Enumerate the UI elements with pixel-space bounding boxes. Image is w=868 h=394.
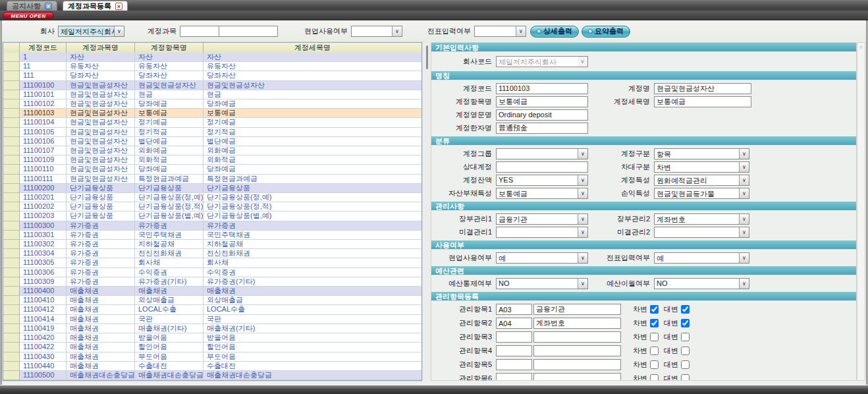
row-selector[interactable]: [3, 118, 20, 127]
close-icon[interactable]: ×: [45, 3, 52, 10]
table-row[interactable]: 11100203 단기금융상품 단기금융상품(별,예) 단기금융상품(별,예): [3, 211, 421, 221]
row-selector[interactable]: [3, 221, 20, 231]
row-selector[interactable]: [3, 175, 20, 184]
row-selector[interactable]: [3, 352, 20, 362]
table-row[interactable]: 11100414 매출채권 국판 국판: [3, 315, 421, 324]
row-selector[interactable]: [3, 109, 20, 118]
debit-checkbox[interactable]: [650, 305, 659, 314]
table-row[interactable]: 11100101 현금및현금성자산 현금 현금: [3, 90, 421, 99]
row-selector[interactable]: [3, 324, 20, 333]
mgmt-item-code-input[interactable]: [496, 345, 532, 356]
tab[interactable]: 공지사항 ×: [7, 1, 57, 11]
summary-print-button[interactable]: 요약출력: [582, 26, 630, 38]
company-code-select[interactable]: 제일저지주식회사 ∨: [496, 56, 588, 67]
hanja-name-field[interactable]: [496, 123, 588, 134]
row-selector[interactable]: [3, 343, 20, 352]
scrollbar-thumb[interactable]: [426, 45, 428, 69]
table-row[interactable]: 11100111 현금및현금성자산 특정현금과예금 특정현금과예금: [3, 175, 421, 184]
pl-char-select[interactable]: 현금및현금등가물 ∨: [654, 188, 749, 199]
debit-checkbox[interactable]: [650, 333, 659, 341]
row-selector[interactable]: [3, 128, 20, 137]
company-select[interactable]: 제일저지주식회사 ∨: [58, 26, 124, 37]
table-row[interactable]: 11100104 현금및현금성자산 정기예금 정기예금: [3, 118, 421, 127]
detail-name-field[interactable]: [654, 96, 751, 107]
scroll-up-icon[interactable]: ∧: [857, 44, 865, 50]
account-char-select[interactable]: 원화예적금관리 ∨: [654, 175, 749, 186]
field-use-select[interactable]: ∨: [351, 26, 402, 37]
col-header-account-name[interactable]: 계정과목명: [67, 43, 135, 53]
table-row[interactable]: 11100105 현금및현금성자산 정기적금 정기적금: [3, 128, 421, 137]
table-row[interactable]: 11100301 유가증권 국민주택채권 국민주택채권: [3, 231, 421, 240]
detail-scrollbar[interactable]: ∧: [857, 42, 865, 381]
account-code-field[interactable]: [496, 83, 588, 94]
tab[interactable]: 계정과목등록 ×: [63, 1, 128, 11]
mgmt-item-name-input[interactable]: [533, 373, 621, 381]
debit-checkbox[interactable]: [650, 360, 659, 369]
table-row[interactable]: 1 자산 자산 자산: [3, 53, 421, 62]
field-use-detail-select[interactable]: 예 ∨: [496, 252, 588, 264]
table-row[interactable]: 11100106 현금및현금성자산 별단예금 별단예금: [3, 137, 421, 146]
mgmt-item-code-input[interactable]: [496, 304, 532, 315]
table-row[interactable]: 11100304 유가증권 전신전화채권 전신전화채권: [3, 249, 421, 258]
col-header-account-code[interactable]: 계정코드: [20, 43, 67, 53]
table-row[interactable]: 11100103 현금및현금성자산 보통예금 보통예금: [3, 109, 421, 118]
credit-checkbox[interactable]: [681, 360, 690, 369]
debit-checkbox[interactable]: [650, 319, 659, 327]
row-selector[interactable]: [3, 146, 20, 155]
row-selector[interactable]: [3, 315, 20, 324]
col-header-detail-name[interactable]: 계정세목명: [203, 43, 421, 53]
mgmt-item-name-input[interactable]: [533, 345, 621, 356]
row-selector[interactable]: [3, 268, 20, 277]
item-name-field[interactable]: [496, 96, 588, 107]
row-selector[interactable]: [3, 81, 20, 90]
credit-checkbox[interactable]: [681, 347, 690, 355]
account-name-input[interactable]: [219, 26, 278, 37]
table-row[interactable]: 11100107 현금및현금성자산 외화예금 외화예금: [3, 146, 421, 155]
row-selector[interactable]: [3, 362, 20, 371]
account-name-field[interactable]: [654, 83, 751, 94]
account-balance-select[interactable]: YES ∨: [496, 175, 588, 186]
book-mgmt2-select[interactable]: 계좌번호 ∨: [654, 213, 749, 225]
col-header-item-name[interactable]: 계정항목명: [135, 43, 203, 53]
account-code-input[interactable]: [180, 26, 219, 37]
table-row[interactable]: 11100300 유가증권 유가증권 유가증권: [3, 221, 421, 231]
menu-open-button[interactable]: MENU OPEN: [3, 12, 54, 19]
book-mgmt1-select[interactable]: 금융기관 ∨: [496, 213, 588, 225]
close-icon[interactable]: ×: [115, 3, 122, 10]
detail-print-button[interactable]: 상세출력: [530, 26, 579, 38]
row-selector[interactable]: [3, 202, 20, 211]
mgmt-item-name-input[interactable]: [533, 331, 621, 343]
account-group-select[interactable]: ∨: [496, 148, 588, 159]
slip-input-detail-select[interactable]: 예 ∨: [654, 252, 749, 264]
credit-checkbox[interactable]: [681, 374, 690, 381]
row-selector[interactable]: [3, 184, 20, 193]
debit-checkbox[interactable]: [650, 347, 659, 355]
open-mgmt2-select[interactable]: ∨: [654, 227, 749, 238]
table-row[interactable]: 11100306 유가증권 수익증권 수익증권: [3, 268, 421, 277]
row-selector[interactable]: [3, 165, 20, 174]
table-row[interactable]: 11100419 매출채권 매출채권(기타) 매출채권(기타): [3, 324, 421, 333]
row-selector[interactable]: [3, 296, 20, 305]
row-selector[interactable]: [3, 305, 20, 314]
table-row[interactable]: 11 유동자산 유동자산 유동자산: [3, 62, 421, 71]
row-selector[interactable]: [3, 155, 20, 165]
table-row[interactable]: 11100440 매출채권 수출대전 수출대전: [3, 362, 421, 371]
table-row[interactable]: 11100410 매출채권 외상매출금 외상매출금: [3, 296, 421, 305]
row-selector[interactable]: [3, 371, 20, 380]
debit-checkbox[interactable]: [650, 374, 659, 381]
table-row[interactable]: 11100110 현금및현금성자산 당좌예금 당좌예금: [3, 165, 421, 174]
table-row[interactable]: 11100422 매출채권 할인어음 할인어음: [3, 343, 421, 352]
row-selector[interactable]: [3, 231, 20, 240]
row-selector[interactable]: [3, 258, 20, 267]
mgmt-item-code-input[interactable]: [496, 331, 532, 343]
credit-checkbox[interactable]: [681, 305, 690, 314]
mgmt-item-name-input[interactable]: [533, 359, 621, 370]
drcr-gubun-select[interactable]: 차변 ∨: [654, 161, 749, 173]
account-gubun-select[interactable]: 항목 ∨: [654, 148, 749, 159]
mgmt-item-name-input[interactable]: [533, 318, 621, 329]
table-row[interactable]: 11100430 매출채권 부도어음 부도어음: [3, 352, 421, 362]
table-row[interactable]: 11100100 현금및현금성자산 현금및현금성자산 현금및현금성자산: [3, 81, 421, 90]
table-row[interactable]: 11100309 유가증권 유가증권(기타) 유가증권(기타): [3, 277, 421, 287]
row-selector[interactable]: [3, 277, 20, 287]
mgmt-item-name-input[interactable]: [533, 304, 621, 315]
